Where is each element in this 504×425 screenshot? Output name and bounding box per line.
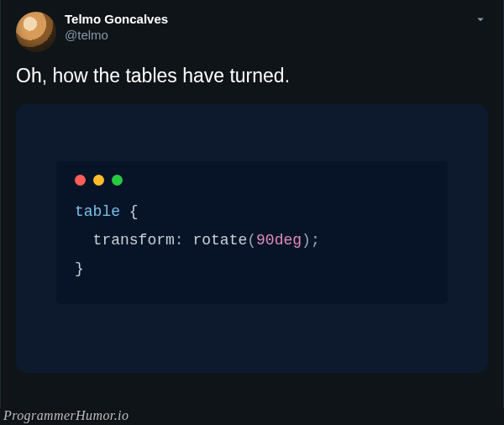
code-line-1: table {: [75, 197, 429, 226]
css-property: transform: [93, 232, 175, 249]
code-editor-window: table { transform: rotate(90deg); }: [56, 161, 448, 304]
tweet-container: Telmo Goncalves @telmo Oh, how the table…: [0, 0, 504, 408]
css-selector: table: [75, 203, 120, 220]
paren-close: ): [302, 232, 311, 249]
author-handle: @telmo: [65, 28, 168, 44]
paren-open: (: [247, 232, 256, 249]
chevron-down-icon: [473, 12, 488, 27]
css-value: 90deg: [256, 232, 302, 249]
semicolon: ;: [311, 232, 320, 249]
tweet-header: Telmo Goncalves @telmo: [16, 12, 488, 52]
close-icon: [75, 175, 86, 186]
avatar[interactable]: [16, 12, 56, 52]
brace-open: {: [129, 203, 139, 220]
css-function: rotate: [192, 232, 247, 249]
minimize-icon: [93, 175, 104, 186]
window-traffic-lights: [75, 175, 429, 186]
code-line-3: }: [75, 254, 429, 283]
colon: :: [175, 232, 184, 249]
tweet-text: Oh, how the tables have turned.: [16, 64, 488, 89]
zoom-icon: [112, 175, 123, 186]
watermark: ProgrammerHumor.io: [3, 408, 129, 423]
more-options-button[interactable]: [473, 12, 488, 27]
code-line-2: transform: rotate(90deg);: [75, 226, 429, 254]
embedded-card: table { transform: rotate(90deg); }: [16, 104, 488, 373]
author-display-name: Telmo Goncalves: [65, 12, 168, 28]
brace-close: }: [75, 260, 84, 277]
author-block[interactable]: Telmo Goncalves @telmo: [65, 12, 168, 44]
